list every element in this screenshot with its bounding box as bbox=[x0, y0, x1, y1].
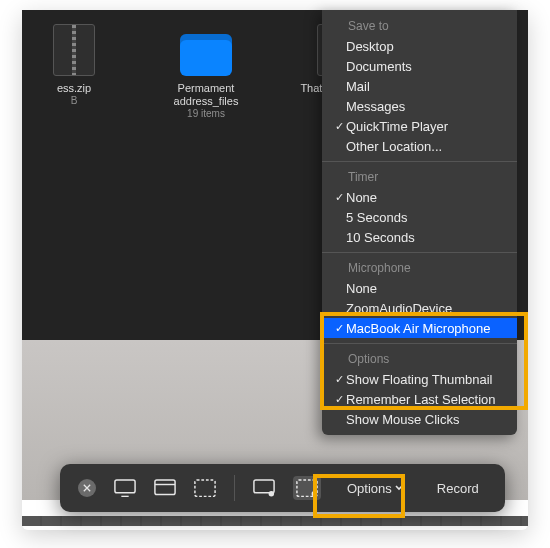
menu-item-label: Documents bbox=[346, 59, 412, 74]
svg-point-6 bbox=[312, 491, 317, 496]
file-item[interactable]: ess.zip B bbox=[28, 18, 120, 138]
file-item[interactable]: Permament address_files 19 items bbox=[160, 18, 252, 138]
svg-rect-1 bbox=[155, 480, 175, 495]
checkmark-icon: ✓ bbox=[332, 393, 346, 406]
file-sub: B bbox=[71, 95, 78, 107]
menu-item[interactable]: ZoomAudioDevice bbox=[322, 298, 517, 318]
svg-rect-3 bbox=[254, 480, 274, 493]
separator bbox=[234, 475, 235, 501]
svg-rect-2 bbox=[195, 480, 215, 496]
checkmark-icon: ✓ bbox=[332, 191, 346, 204]
checkmark-icon: ✓ bbox=[332, 120, 346, 133]
menu-item-label: None bbox=[346, 190, 377, 205]
menu-item[interactable]: ✓None bbox=[322, 187, 517, 207]
menu-item[interactable]: 10 Seconds bbox=[322, 227, 517, 247]
menu-item[interactable]: Show Mouse Clicks bbox=[322, 409, 517, 429]
dock bbox=[22, 516, 528, 526]
menu-item-label: ZoomAudioDevice bbox=[346, 301, 452, 316]
record-button[interactable]: Record bbox=[429, 477, 487, 500]
menu-item[interactable]: None bbox=[322, 278, 517, 298]
menu-item[interactable]: ✓Remember Last Selection bbox=[322, 389, 517, 409]
folder-icon bbox=[180, 34, 232, 76]
separator bbox=[322, 252, 517, 253]
separator bbox=[322, 161, 517, 162]
menu-item-label: 10 Seconds bbox=[346, 230, 415, 245]
menu-item-label: Show Floating Thumbnail bbox=[346, 372, 492, 387]
menu-item-label: MacBook Air Microphone bbox=[346, 321, 491, 336]
menu-item-label: QuickTime Player bbox=[346, 119, 448, 134]
menu-item-label: 5 Seconds bbox=[346, 210, 407, 225]
svg-rect-0 bbox=[115, 480, 135, 493]
menu-item[interactable]: ✓MacBook Air Microphone bbox=[322, 318, 517, 338]
record-selection-icon[interactable] bbox=[293, 476, 321, 500]
record-entire-screen-icon[interactable] bbox=[253, 479, 275, 497]
file-name: Permament address_files bbox=[160, 82, 252, 108]
options-button[interactable]: Options bbox=[339, 477, 411, 500]
close-button[interactable] bbox=[78, 479, 96, 497]
options-menu: Save toDesktopDocumentsMailMessages✓Quic… bbox=[322, 10, 517, 435]
menu-item-label: Mail bbox=[346, 79, 370, 94]
menu-item-label: Desktop bbox=[346, 39, 394, 54]
capture-selection-icon[interactable] bbox=[194, 479, 216, 497]
menu-item[interactable]: ✓Show Floating Thumbnail bbox=[322, 369, 517, 389]
menu-item-label: None bbox=[346, 281, 377, 296]
menu-section-title: Options bbox=[322, 349, 517, 369]
chevron-down-icon bbox=[395, 485, 403, 491]
menu-item-label: Show Mouse Clicks bbox=[346, 412, 459, 427]
menu-item[interactable]: Desktop bbox=[322, 36, 517, 56]
capture-window-icon[interactable] bbox=[154, 479, 176, 497]
screenshot-toolbar: Options Record bbox=[60, 464, 505, 512]
menu-item-label: Messages bbox=[346, 99, 405, 114]
zip-icon bbox=[53, 24, 95, 76]
menu-item[interactable]: Mail bbox=[322, 76, 517, 96]
checkmark-icon: ✓ bbox=[332, 322, 346, 335]
menu-item[interactable]: Documents bbox=[322, 56, 517, 76]
menu-item[interactable]: ✓QuickTime Player bbox=[322, 116, 517, 136]
checkmark-icon: ✓ bbox=[332, 373, 346, 386]
menu-section-title: Microphone bbox=[322, 258, 517, 278]
separator bbox=[322, 343, 517, 344]
menu-section-title: Timer bbox=[322, 167, 517, 187]
file-sub: 19 items bbox=[187, 108, 225, 120]
menu-item-label: Other Location... bbox=[346, 139, 442, 154]
menu-section-title: Save to bbox=[322, 16, 517, 36]
menu-item[interactable]: Messages bbox=[322, 96, 517, 116]
file-name: ess.zip bbox=[57, 82, 91, 95]
menu-item[interactable]: 5 Seconds bbox=[322, 207, 517, 227]
svg-point-4 bbox=[269, 491, 274, 496]
menu-item[interactable]: Other Location... bbox=[322, 136, 517, 156]
capture-entire-screen-icon[interactable] bbox=[114, 479, 136, 497]
menu-item-label: Remember Last Selection bbox=[346, 392, 496, 407]
